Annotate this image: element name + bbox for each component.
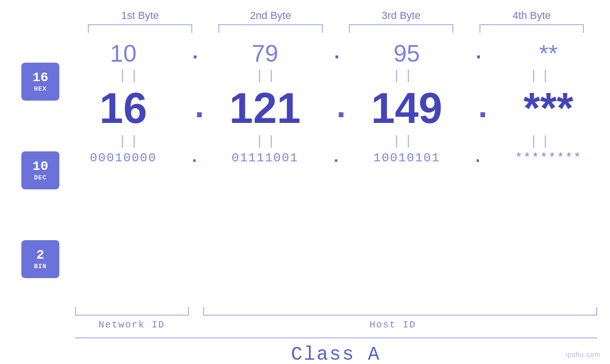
dot-dec-3: . xyxy=(473,92,482,125)
byte1-header: 1st Byte xyxy=(83,9,197,22)
top-brackets xyxy=(75,24,597,33)
dot-hex-1: . xyxy=(189,44,199,63)
eq-1-b2: || xyxy=(210,68,324,83)
dot-hex-2: . xyxy=(331,44,340,63)
class-section: Class A xyxy=(75,337,597,364)
eq-2-b2: || xyxy=(210,134,324,149)
byte-headers: 1st Byte 2nd Byte 3rd Byte 4th Byte xyxy=(75,9,597,22)
byte4-header: 4th Byte xyxy=(475,9,589,22)
hex-b1: 10 xyxy=(66,40,180,67)
bin-badge: 2 BIN xyxy=(21,240,59,278)
bin-badge-num: 2 xyxy=(37,248,45,263)
eq-2-b1: || xyxy=(73,134,187,149)
hex-b4: ** xyxy=(491,40,605,67)
eq-2-b4: || xyxy=(485,134,599,149)
dec-badge-label: DEC xyxy=(34,174,47,181)
bin-b3: 10010101 xyxy=(350,151,464,165)
bracket-byte3 xyxy=(349,24,453,33)
byte2-header: 2nd Byte xyxy=(214,9,328,22)
eq-1-b4: || xyxy=(485,68,599,83)
eq-1-b1: || xyxy=(73,68,187,83)
host-id-label: Host ID xyxy=(189,319,597,330)
dot-hex-3: . xyxy=(473,44,482,63)
bottom-labels: Network ID Host ID xyxy=(75,319,597,330)
eq-1-b3: || xyxy=(347,68,461,83)
bracket-byte2 xyxy=(218,24,323,33)
hex-badge: 16 HEX xyxy=(21,63,59,101)
data-area: 10 . 79 . 95 . ** || || || || 16 . 121 . xyxy=(62,37,610,303)
dec-b2: 121 xyxy=(208,84,322,133)
bottom-brackets xyxy=(75,307,597,316)
hex-b2: 79 xyxy=(208,40,322,67)
dot-dec-2: . xyxy=(331,92,340,125)
watermark: ipshu.com xyxy=(566,351,601,358)
dot-bin-3: . xyxy=(473,149,482,166)
eq-row-2: || || || || xyxy=(62,133,610,149)
bin-row: 00010000 . 01111001 . 10010101 . *******… xyxy=(62,149,610,166)
network-id-label: Network ID xyxy=(75,319,189,330)
dot-bin-2: . xyxy=(331,149,340,166)
class-line xyxy=(75,337,597,338)
eq-row-1: || || || || xyxy=(62,67,610,84)
dec-b3: 149 xyxy=(350,84,464,133)
badges-column: 16 HEX 10 DEC 2 BIN xyxy=(0,37,62,303)
bin-b2: 01111001 xyxy=(208,151,322,165)
dec-badge-num: 10 xyxy=(32,159,48,174)
bracket-byte4 xyxy=(479,24,584,33)
byte3-header: 3rd Byte xyxy=(344,9,458,22)
hex-row: 10 . 79 . 95 . ** xyxy=(62,40,610,67)
network-id-bracket xyxy=(75,307,189,316)
dot-dec-1: . xyxy=(189,92,199,125)
bottom-section: Network ID Host ID xyxy=(75,307,597,330)
class-label: Class A xyxy=(75,344,597,364)
dec-b4: *** xyxy=(491,84,605,133)
bin-badge-label: BIN xyxy=(34,263,47,270)
bin-b1: 00010000 xyxy=(66,151,180,165)
eq-2-b3: || xyxy=(347,134,461,149)
dec-row: 16 . 121 . 149 . *** xyxy=(62,84,610,133)
dec-b1: 16 xyxy=(66,84,180,133)
bin-b4: ******** xyxy=(491,151,605,165)
hex-b3: 95 xyxy=(350,40,464,67)
hex-badge-num: 16 xyxy=(32,71,48,85)
main-container: 1st Byte 2nd Byte 3rd Byte 4th Byte 16 H… xyxy=(0,0,610,364)
bracket-byte1 xyxy=(88,24,192,33)
hex-badge-label: HEX xyxy=(34,85,47,93)
dot-bin-1: . xyxy=(189,149,199,166)
dec-badge: 10 DEC xyxy=(21,151,59,189)
main-content: 16 HEX 10 DEC 2 BIN 10 . 79 . 95 . ** xyxy=(0,37,610,303)
host-id-bracket xyxy=(203,307,597,316)
